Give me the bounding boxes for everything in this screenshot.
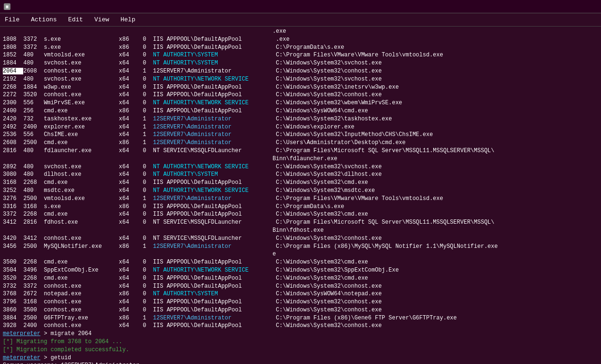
table-row: 3732 3372 conhost.exe x64 0 IIS APPPOOL\… (3, 282, 598, 291)
table-row: 2608 2500 cmd.exe x86 1 12SERVER7\Admini… (3, 139, 598, 147)
table-row: 3420 3412 conhost.exe x64 0 NT SERVICE\M… (3, 235, 598, 243)
migrate-done-line: [*] Migration completed successfully. (3, 346, 598, 354)
process-list: .exe1808 3372 s.exe x86 0 IIS APPPOOL\De… (3, 27, 598, 330)
table-row: 3500 2268 cmd.exe x64 0 IIS APPPOOL\Defa… (3, 258, 598, 266)
menu-view[interactable]: View (91, 15, 112, 24)
menu-actions[interactable]: Actions (28, 15, 60, 24)
table-row: 2300 556 WmiPrvSE.exe x64 0 NT AUTHORITY… (3, 99, 598, 107)
table-row: 3456 2500 MySQLNotifier.exe x86 1 12SERV… (3, 243, 598, 251)
title-bar: ▣ (0, 0, 601, 13)
table-row: 2892 480 svchost.exe x64 0 NT AUTHORITY\… (3, 163, 598, 171)
table-row: e (3, 250, 598, 258)
menu-bar: File Actions Edit View Help (0, 13, 601, 27)
menu-help[interactable]: Help (118, 15, 138, 24)
table-row: 3168 2268 cmd.exe x64 0 IIS APPPOOL\Defa… (3, 179, 598, 187)
table-row: 3412 2816 fdhost.exe x64 0 NT SERVICE\MS… (3, 218, 598, 227)
table-row: 1808 3372 s.exe x86 0 IIS APPPOOL\Defaul… (3, 36, 598, 44)
table-row: 2192 480 svchost.exe x64 0 NT AUTHORITY\… (3, 75, 598, 83)
table-row: 3252 480 msdtc.exe x64 0 NT AUTHORITY\NE… (3, 187, 598, 195)
table-row: 2400 256 cmd.exe x86 0 IIS APPPOOL\Defau… (3, 107, 598, 115)
terminal-icon: ▣ (4, 3, 10, 10)
table-row: 3884 2500 G6FTPTray.exe x86 1 12SERVER7\… (3, 314, 598, 322)
table-row: 2536 556 ChsIME.exe x64 1 12SERVER7\Admi… (3, 131, 598, 139)
table-row: 3080 480 dllhost.exe x64 0 NT AUTHORITY\… (3, 171, 598, 179)
table-row: 2064 2608 conhost.exe x64 1 12SERVER7\Ad… (3, 67, 598, 75)
table-row: 3504 3496 SppExtComObj.Exe x64 0 NT AUTH… (3, 266, 598, 274)
table-row: 3520 2268 cmd.exe x64 0 IIS APPPOOL\Defa… (3, 274, 598, 282)
table-row: 3928 2400 conhost.exe x64 0 IIS APPPOOL\… (3, 322, 598, 330)
table-row: 1808 3372 s.exe x86 0 IIS APPPOOL\Defaul… (3, 44, 598, 52)
table-row: 3796 3168 conhost.exe x64 0 IIS APPPOOL\… (3, 298, 598, 306)
table-row: 3316 3168 s.exe x86 0 IIS APPPOOL\Defaul… (3, 203, 598, 211)
table-row: 3276 2500 vmtoolsd.exe x64 1 12SERVER7\A… (3, 195, 598, 203)
table-row: 2492 2400 explorer.exe x64 1 12SERVER7\A… (3, 123, 598, 131)
menu-file[interactable]: File (2, 15, 22, 24)
table-row: 3768 2672 notepad.exe x86 0 NT AUTHORITY… (3, 290, 598, 298)
table-row: 2420 732 taskhostex.exe x64 1 12SERVER7\… (3, 115, 598, 123)
table-row: 1852 480 vmtoolsd.exe x64 0 NT AUTHORITY… (3, 51, 598, 59)
terminal-body[interactable]: .exe1808 3372 s.exe x86 0 IIS APPPOOL\De… (0, 27, 601, 364)
title-bar-left: ▣ (4, 3, 10, 10)
table-row: 2272 3520 conhost.exe x64 0 IIS APPPOOL\… (3, 91, 598, 99)
getuid-result: Server username: 12SERVER7\Administrator (3, 362, 598, 364)
table-row: 2816 480 fdlauncher.exe x64 0 NT SERVICE… (3, 147, 598, 155)
migrate-start-line: [*] Migrating from 3768 to 2064 ... (3, 338, 598, 346)
table-row: 1884 480 svchost.exe x64 0 NT AUTHORITY\… (3, 59, 598, 67)
menu-edit[interactable]: Edit (65, 15, 86, 24)
terminal-commands: meterpreter > migrate 2064[*] Migrating … (3, 330, 598, 364)
table-row: 2268 1884 w3wp.exe x64 0 IIS APPPOOL\Def… (3, 83, 598, 91)
table-row: 3860 3500 conhost.exe x64 0 IIS APPPOOL\… (3, 306, 598, 314)
table-row: Binn\fdlauncher.exe (3, 155, 598, 163)
table-row: 3372 2268 cmd.exe x64 0 IIS APPPOOL\Defa… (3, 210, 598, 218)
table-row: Binn\fdhost.exe (3, 227, 598, 235)
